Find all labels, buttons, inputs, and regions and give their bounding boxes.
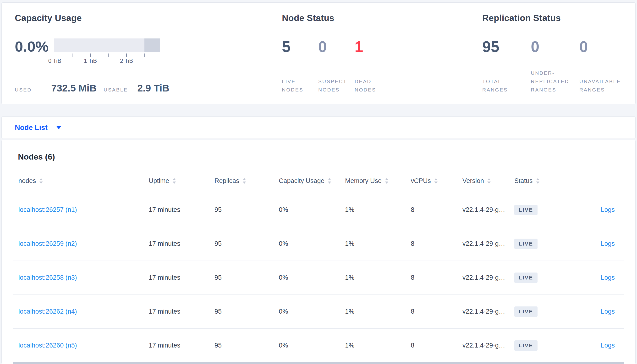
node-list-dropdown[interactable]: Node List [2, 116, 635, 139]
vcpus-cell: 8 [411, 206, 462, 214]
replicas-cell: 95 [214, 206, 279, 214]
unavailable-ranges-label: UNAVAILABLE RANGES [579, 77, 625, 94]
uptime-cell: 17 minutes [149, 308, 214, 315]
memory-use-cell: 1% [345, 308, 411, 315]
dead-nodes-value: 1 [355, 38, 391, 55]
vcpus-cell: 8 [411, 240, 462, 248]
capacity-usage-section: Capacity Usage 0.0% 0 TiB [15, 3, 282, 104]
status-badge: LIVE [514, 272, 537, 283]
capacity-usage-cell: 0% [279, 240, 345, 248]
column-header-replicas[interactable]: Replicas [214, 177, 279, 185]
node-address-link[interactable]: localhost:26259 (n2) [19, 240, 77, 247]
logs-link[interactable]: Logs [601, 240, 615, 247]
nodes-panel: Nodes (6) nodes Uptime Replicas Capacity… [2, 140, 635, 364]
tick-label-2: 2 TiB [120, 58, 133, 64]
nodes-heading: Nodes (6) [2, 140, 635, 162]
column-header-version[interactable]: Version [462, 177, 514, 185]
version-cell: v22.1.4-29-g… [462, 206, 514, 214]
column-header-status[interactable]: Status [514, 177, 562, 185]
total-ranges-label: TOTAL RANGES [482, 77, 528, 94]
node-address-link[interactable]: localhost:26260 (n5) [19, 342, 77, 349]
capacity-used-percent: 0.0% [15, 38, 48, 55]
suspect-nodes-stat: 0 SUSPECT NODES [318, 38, 355, 94]
vcpus-cell: 8 [411, 342, 462, 349]
capacity-usage-cell: 0% [279, 206, 345, 214]
logs-link[interactable]: Logs [601, 308, 615, 315]
replicas-cell: 95 [214, 308, 279, 315]
status-badge: LIVE [514, 340, 537, 351]
sort-arrows-icon [487, 178, 491, 184]
capacity-axis-labels: 0 TiB 1 TiB 2 TiB [54, 57, 160, 64]
unavailable-ranges-value: 0 [579, 38, 628, 55]
version-cell: v22.1.4-29-g… [462, 308, 514, 315]
sort-arrows-icon [328, 178, 331, 184]
uptime-cell: 17 minutes [149, 240, 214, 248]
version-cell: v22.1.4-29-g… [462, 342, 514, 349]
node-status-section: Node Status 5 LIVE NODES 0 SUSPECT NODES… [282, 3, 482, 104]
sort-arrows-icon [434, 178, 438, 184]
logs-link[interactable]: Logs [601, 342, 615, 349]
under-replicated-value: 0 [531, 38, 579, 55]
tick-label-1: 1 TiB [84, 58, 97, 64]
sort-arrows-icon [173, 178, 176, 184]
usable-value: 2.9 TiB [137, 83, 169, 94]
tick-label-0: 0 TiB [48, 58, 62, 64]
sort-arrows-icon [385, 178, 388, 184]
sort-arrows-icon [40, 178, 43, 184]
column-header-vcpus[interactable]: vCPUs [411, 177, 462, 185]
table-row: localhost:26260 (n5) 17 minutes 95 0% 1%… [13, 329, 624, 362]
node-status-title: Node Status [282, 3, 482, 23]
live-nodes-value: 5 [282, 38, 318, 55]
replicas-cell: 95 [214, 342, 279, 349]
node-address-link[interactable]: localhost:26258 (n3) [19, 274, 77, 281]
replication-status-title: Replication Status [482, 3, 635, 23]
column-header-nodes[interactable]: nodes [13, 177, 149, 185]
live-nodes-label: LIVE NODES [282, 77, 315, 94]
table-row: localhost:26259 (n2) 17 minutes 95 0% 1%… [13, 227, 624, 261]
status-badge: LIVE [514, 238, 537, 249]
cluster-overview-page: Capacity Usage 0.0% 0 TiB [0, 0, 637, 364]
capacity-usage-title: Capacity Usage [15, 3, 282, 23]
dead-nodes-stat: 1 DEAD NODES [355, 38, 391, 94]
memory-use-cell: 1% [345, 206, 411, 214]
used-label: USED [15, 87, 32, 93]
cluster-summary-panel: Capacity Usage 0.0% 0 TiB [2, 2, 635, 104]
node-list-dropdown-label: Node List [15, 124, 48, 132]
replicas-cell: 95 [214, 240, 279, 248]
sort-arrows-icon [243, 178, 246, 184]
capacity-usage-bar-chart: 0 TiB 1 TiB 2 TiB [54, 38, 160, 64]
column-header-memory-use[interactable]: Memory Use [345, 177, 411, 185]
vcpus-cell: 8 [411, 308, 462, 315]
node-address-link[interactable]: localhost:26257 (n1) [19, 206, 77, 213]
memory-use-cell: 1% [345, 240, 411, 248]
nodes-table: nodes Uptime Replicas Capacity Usage Mem… [13, 169, 624, 364]
column-header-capacity-usage[interactable]: Capacity Usage [279, 177, 345, 185]
logs-link[interactable]: Logs [601, 206, 615, 213]
uptime-cell: 17 minutes [149, 342, 214, 349]
memory-use-cell: 1% [345, 274, 411, 281]
replication-status-section: Replication Status 95 TOTAL RANGES 0 UND… [482, 3, 635, 104]
vcpus-cell: 8 [411, 274, 462, 281]
status-badge: LIVE [514, 306, 537, 317]
capacity-usage-cell: 0% [279, 308, 345, 315]
sort-arrows-icon [536, 178, 539, 184]
nodes-table-header: nodes Uptime Replicas Capacity Usage Mem… [13, 169, 624, 193]
under-replicated-label: UNDER-REPLICATED RANGES [531, 69, 577, 94]
capacity-usage-cell: 0% [279, 274, 345, 281]
version-cell: v22.1.4-29-g… [462, 240, 514, 248]
column-header-uptime[interactable]: Uptime [149, 177, 214, 185]
capacity-bar [54, 38, 160, 52]
replicas-cell: 95 [214, 274, 279, 281]
uptime-cell: 17 minutes [149, 274, 214, 281]
suspect-nodes-label: SUSPECT NODES [318, 77, 352, 94]
used-value: 732.5 MiB [51, 83, 96, 94]
capacity-bar-used-segment [144, 38, 160, 52]
capacity-axis-ticks [54, 52, 160, 57]
table-row: localhost:26257 (n1) 17 minutes 95 0% 1%… [13, 193, 624, 227]
node-address-link[interactable]: localhost:26262 (n4) [19, 308, 77, 315]
live-nodes-stat: 5 LIVE NODES [282, 38, 318, 94]
table-row: localhost:26258 (n3) 17 minutes 95 0% 1%… [13, 261, 624, 295]
total-ranges-stat: 95 TOTAL RANGES [482, 38, 531, 94]
dead-nodes-label: DEAD NODES [355, 77, 388, 94]
logs-link[interactable]: Logs [601, 274, 615, 281]
